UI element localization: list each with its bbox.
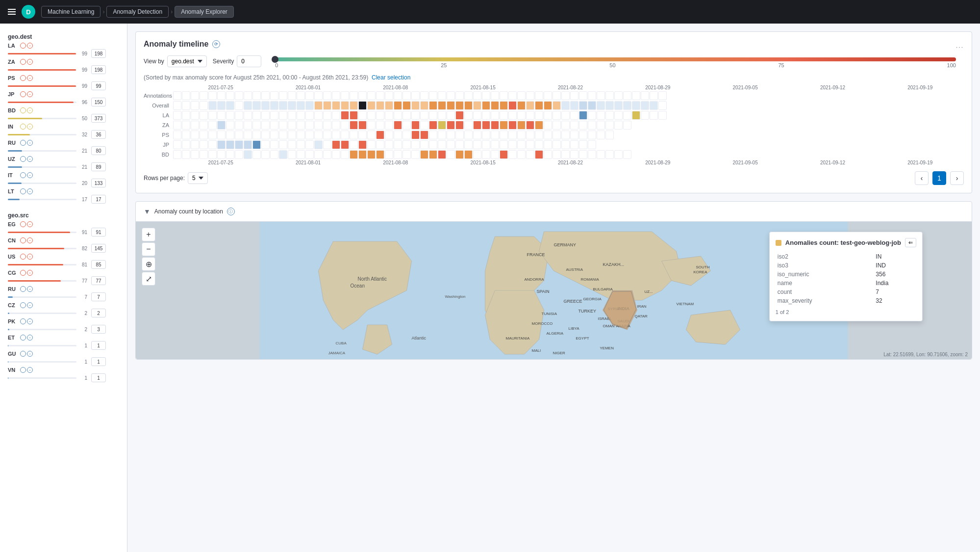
timeline-cell[interactable] bbox=[252, 131, 261, 139]
timeline-cell[interactable] bbox=[217, 150, 226, 159]
timeline-cell[interactable] bbox=[261, 150, 270, 159]
timeline-cell[interactable] bbox=[376, 150, 384, 159]
timeline-cell[interactable] bbox=[438, 150, 446, 159]
timeline-cell[interactable] bbox=[544, 121, 552, 130]
timeline-cell[interactable] bbox=[402, 121, 411, 130]
timeline-cell[interactable] bbox=[173, 121, 181, 130]
timeline-cell[interactable] bbox=[279, 140, 287, 149]
timeline-cell[interactable] bbox=[394, 111, 402, 120]
timeline-cell[interactable] bbox=[650, 101, 658, 110]
timeline-cell[interactable] bbox=[341, 101, 349, 110]
timeline-cell[interactable] bbox=[200, 91, 208, 100]
timeline-cell[interactable] bbox=[508, 150, 517, 159]
timeline-cell[interactable] bbox=[535, 150, 543, 159]
timeline-cell[interactable] bbox=[544, 131, 552, 139]
timeline-cell[interactable] bbox=[605, 111, 614, 120]
timeline-cell[interactable] bbox=[579, 101, 587, 110]
timeline-cell[interactable] bbox=[341, 121, 349, 130]
timeline-cell[interactable] bbox=[297, 101, 305, 110]
timeline-cell[interactable] bbox=[367, 101, 376, 110]
timeline-cell[interactable] bbox=[226, 121, 234, 130]
timeline-cell[interactable] bbox=[297, 91, 305, 100]
timeline-cell[interactable] bbox=[235, 131, 243, 139]
timeline-cell[interactable] bbox=[208, 131, 217, 139]
timeline-cell[interactable] bbox=[350, 101, 358, 110]
timeline-cell[interactable] bbox=[244, 121, 252, 130]
timeline-cell[interactable] bbox=[491, 131, 499, 139]
timeline-cell[interactable] bbox=[173, 140, 181, 149]
timeline-cell[interactable] bbox=[544, 111, 552, 120]
timeline-cell[interactable] bbox=[535, 131, 543, 139]
timeline-cell[interactable] bbox=[323, 131, 331, 139]
timeline-cell[interactable] bbox=[332, 140, 340, 149]
timeline-cell[interactable] bbox=[597, 101, 605, 110]
timeline-cell[interactable] bbox=[553, 101, 561, 110]
timeline-cell[interactable] bbox=[394, 150, 402, 159]
timeline-cell[interactable] bbox=[438, 121, 446, 130]
timeline-cell[interactable] bbox=[252, 121, 261, 130]
timeline-cell[interactable] bbox=[464, 140, 473, 149]
timeline-cell[interactable] bbox=[464, 91, 473, 100]
timeline-cell[interactable] bbox=[226, 101, 234, 110]
timeline-cell[interactable] bbox=[429, 91, 437, 100]
timeline-cell[interactable] bbox=[473, 111, 481, 120]
timeline-cell[interactable] bbox=[570, 121, 578, 130]
timeline-cell[interactable] bbox=[588, 121, 596, 130]
timeline-cell[interactable] bbox=[350, 121, 358, 130]
timeline-cell[interactable] bbox=[208, 91, 217, 100]
timeline-cell[interactable] bbox=[358, 101, 367, 110]
timeline-cell[interactable] bbox=[500, 101, 508, 110]
timeline-cell[interactable] bbox=[579, 121, 587, 130]
timeline-cell[interactable] bbox=[385, 131, 393, 139]
timeline-cell[interactable] bbox=[217, 91, 226, 100]
timeline-cell[interactable] bbox=[420, 91, 428, 100]
timeline-cell[interactable] bbox=[517, 140, 526, 149]
timeline-cell[interactable] bbox=[614, 101, 623, 110]
timeline-cell[interactable] bbox=[279, 131, 287, 139]
timeline-cell[interactable] bbox=[367, 91, 376, 100]
timeline-cell[interactable] bbox=[297, 111, 305, 120]
timeline-cell[interactable] bbox=[544, 91, 552, 100]
timeline-cell[interactable] bbox=[623, 111, 631, 120]
timeline-cell[interactable] bbox=[588, 91, 596, 100]
timeline-cell[interactable] bbox=[464, 150, 473, 159]
timeline-cell[interactable] bbox=[208, 111, 217, 120]
timeline-cell[interactable] bbox=[500, 91, 508, 100]
menu-button[interactable] bbox=[8, 9, 16, 15]
timeline-cell[interactable] bbox=[208, 121, 217, 130]
timeline-cell[interactable] bbox=[367, 140, 376, 149]
timeline-cell[interactable] bbox=[508, 121, 517, 130]
timeline-cell[interactable] bbox=[376, 91, 384, 100]
timeline-cell[interactable] bbox=[526, 101, 534, 110]
timeline-cell[interactable] bbox=[420, 111, 428, 120]
timeline-cell[interactable] bbox=[491, 101, 499, 110]
timeline-cell[interactable] bbox=[605, 150, 614, 159]
timeline-cell[interactable] bbox=[191, 111, 199, 120]
timeline-cell[interactable] bbox=[182, 91, 190, 100]
timeline-cell[interactable] bbox=[500, 140, 508, 149]
timeline-cell[interactable] bbox=[508, 131, 517, 139]
timeline-cell[interactable] bbox=[605, 101, 614, 110]
timeline-cell[interactable] bbox=[341, 131, 349, 139]
timeline-cell[interactable] bbox=[358, 91, 367, 100]
timeline-cell[interactable] bbox=[526, 131, 534, 139]
timeline-cell[interactable] bbox=[420, 140, 428, 149]
timeline-cell[interactable] bbox=[658, 91, 667, 100]
timeline-cell[interactable] bbox=[376, 121, 384, 130]
timeline-cell[interactable] bbox=[614, 91, 623, 100]
timeline-cell[interactable] bbox=[438, 101, 446, 110]
timeline-cell[interactable] bbox=[526, 121, 534, 130]
timeline-cell[interactable] bbox=[535, 111, 543, 120]
timeline-cell[interactable] bbox=[597, 131, 605, 139]
timeline-cell[interactable] bbox=[226, 91, 234, 100]
zoom-out-button[interactable]: − bbox=[142, 242, 155, 256]
timeline-cell[interactable] bbox=[402, 140, 411, 149]
timeline-cell[interactable] bbox=[261, 131, 270, 139]
timeline-cell[interactable] bbox=[553, 91, 561, 100]
timeline-cell[interactable] bbox=[279, 91, 287, 100]
timeline-cell[interactable] bbox=[217, 101, 226, 110]
timeline-cell[interactable] bbox=[288, 140, 296, 149]
timeline-cell[interactable] bbox=[429, 140, 437, 149]
timeline-cell[interactable] bbox=[217, 111, 226, 120]
timeline-cell[interactable] bbox=[641, 101, 649, 110]
